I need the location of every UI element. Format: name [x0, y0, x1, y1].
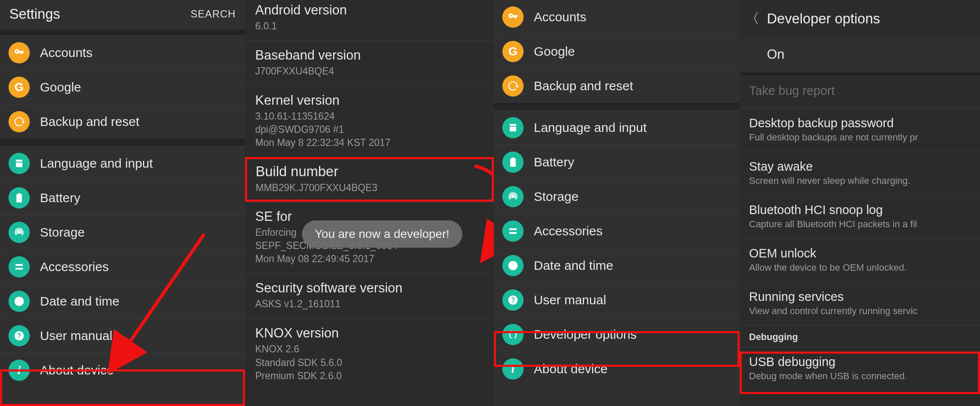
section-divider — [740, 72, 980, 76]
accessories-icon — [502, 220, 524, 242]
section-divider — [0, 139, 245, 146]
info-sub: J700FXXU4BQE4 — [255, 65, 484, 78]
info-title: Android version — [255, 3, 484, 18]
dev-item-title: Bluetooth HCI snoop log — [749, 203, 971, 217]
row-label: Accessories — [40, 260, 109, 274]
info-title: Kernel version — [255, 93, 484, 108]
developer-toast: You are now a developer! — [302, 220, 462, 248]
settings-row-accounts[interactable]: Accounts — [0, 36, 245, 70]
info-kernel-version[interactable]: Kernel version3.10.61-11351624 dpi@SWDG9… — [245, 86, 494, 157]
dev-item-bluetooth-hci-snoop-log[interactable]: Bluetooth HCI snoop logCapture all Bluet… — [740, 195, 980, 238]
settings-title: Settings — [9, 6, 60, 22]
row-label: Battery — [534, 155, 574, 169]
dev-item-title: Stay awake — [749, 160, 971, 174]
help-icon — [9, 325, 30, 346]
key-icon — [502, 6, 524, 28]
info-baseband-version[interactable]: Baseband versionJ700FXXU4BQE4 — [245, 40, 494, 86]
settings-row-google[interactable]: GGoogle — [494, 34, 740, 69]
key-icon — [9, 42, 30, 63]
back-icon[interactable]: 〈 — [744, 9, 761, 28]
settings-row-accessories[interactable]: Accessories — [0, 249, 245, 284]
help-icon — [502, 289, 524, 311]
row-label: User manual — [534, 293, 606, 307]
info-build-number[interactable]: Build numberMMB29K.J700FXXU4BQE3 — [245, 157, 494, 202]
info-sub: ASKS v1.2_161011 — [255, 297, 484, 311]
section-divider — [494, 103, 740, 111]
backup-icon — [502, 75, 524, 97]
row-label: About device — [40, 363, 114, 377]
settings-row-battery[interactable]: Battery — [0, 180, 245, 215]
row-label: Accounts — [534, 10, 586, 24]
usb-debugging-sub: Debug mode when USB is connected. — [749, 371, 971, 382]
settings-row-battery[interactable]: Battery — [494, 145, 740, 179]
settings-row-developer-options[interactable]: Developer options — [494, 317, 740, 352]
dev-title: Developer options — [767, 11, 880, 27]
row-label: Backup and reset — [534, 79, 633, 93]
row-label: Date and time — [40, 294, 120, 309]
settings-panel-after: AccountsGGoogleBackup and reset Language… — [494, 0, 740, 406]
row-label: User manual — [40, 329, 112, 343]
dev-item-stay-awake[interactable]: Stay awakeScreen will never sleep while … — [740, 152, 980, 195]
usb-debugging-item[interactable]: USB debugging Debug mode when USB is con… — [740, 347, 980, 390]
dev-item-running-services[interactable]: Running servicesView and control current… — [740, 282, 980, 325]
info-knox-version[interactable]: KNOX versionKNOX 2.6 Standard SDK 5.6.0 … — [245, 318, 494, 390]
debugging-section-header: Debugging — [740, 325, 980, 347]
google-icon: G — [502, 41, 524, 62]
info-title: KNOX version — [255, 326, 484, 341]
settings-row-backup-and-reset[interactable]: Backup and reset — [494, 69, 740, 103]
accessories-icon — [9, 256, 30, 277]
search-button[interactable]: SEARCH — [191, 8, 236, 20]
dev-item-desktop-backup-password[interactable]: Desktop backup passwordFull desktop back… — [740, 108, 980, 152]
row-label: About device — [534, 362, 607, 376]
settings-row-google[interactable]: GGoogle — [0, 70, 245, 104]
settings-row-storage[interactable]: Storage — [0, 215, 245, 249]
info-android-version[interactable]: Android version6.0.1 — [245, 0, 494, 40]
settings-row-language-and-input[interactable]: Language and input — [0, 146, 245, 180]
info-title: Build number — [256, 163, 483, 180]
row-label: Date and time — [534, 258, 613, 273]
dev-master-toggle[interactable]: On — [740, 38, 980, 72]
storage-icon — [9, 222, 30, 243]
info-icon: i — [9, 360, 30, 381]
dev-item-title: Desktop backup password — [749, 116, 971, 130]
settings-row-storage[interactable]: Storage — [494, 179, 740, 214]
row-label: Storage — [534, 189, 578, 204]
settings-row-date-and-time[interactable]: Date and time — [494, 248, 740, 283]
dev-item-title: Take bug report — [749, 84, 971, 98]
settings-row-about-device[interactable]: iAbout device — [0, 353, 245, 387]
settings-panel: Settings SEARCH AccountsGGoogleBackup an… — [0, 0, 245, 406]
settings-row-user-manual[interactable]: User manual — [494, 283, 740, 317]
settings-row-user-manual[interactable]: User manual — [0, 318, 245, 353]
settings-row-accounts[interactable]: Accounts — [494, 0, 740, 34]
language-icon — [9, 153, 30, 174]
settings-row-date-and-time[interactable]: Date and time — [0, 284, 245, 318]
settings-row-accessories[interactable]: Accessories — [494, 214, 740, 248]
settings-row-backup-and-reset[interactable]: Backup and reset — [0, 104, 245, 139]
google-icon: G — [9, 77, 30, 98]
info-security-software-version[interactable]: Security software versionASKS v1.2_16101… — [245, 273, 494, 318]
settings-row-about-device[interactable]: iAbout device — [494, 352, 740, 386]
dev-item-oem-unlock[interactable]: OEM unlockAllow the device to be OEM unl… — [740, 238, 980, 282]
backup-icon — [9, 111, 30, 132]
battery-icon — [9, 187, 30, 209]
settings-row-language-and-input[interactable]: Language and input — [494, 111, 740, 145]
row-label: Language and input — [40, 156, 153, 171]
row-label: Accessories — [534, 224, 603, 238]
info-title: Security software version — [255, 280, 484, 296]
row-label: Backup and reset — [40, 114, 139, 129]
developer-options-panel: 〈 Developer options On Take bug reportDe… — [740, 0, 980, 406]
dev-item-take-bug-report[interactable]: Take bug report — [740, 76, 980, 108]
info-sub: 6.0.1 — [255, 20, 484, 33]
info-sub: 3.10.61-11351624 dpi@SWDG9706 #1 Mon May… — [255, 110, 484, 149]
dev-item-title: Running services — [749, 290, 971, 304]
row-label: Developer options — [534, 327, 637, 342]
row-label: Google — [40, 80, 81, 94]
battery-icon — [502, 152, 524, 173]
section-divider — [0, 30, 245, 36]
dev-item-sub: Full desktop backups are not currently p… — [749, 132, 971, 143]
language-icon — [502, 117, 524, 138]
info-icon: i — [502, 358, 524, 380]
dev-item-sub: Screen will never sleep while charging. — [749, 175, 971, 186]
info-title: Baseband version — [255, 48, 484, 63]
row-label: Google — [534, 44, 575, 59]
